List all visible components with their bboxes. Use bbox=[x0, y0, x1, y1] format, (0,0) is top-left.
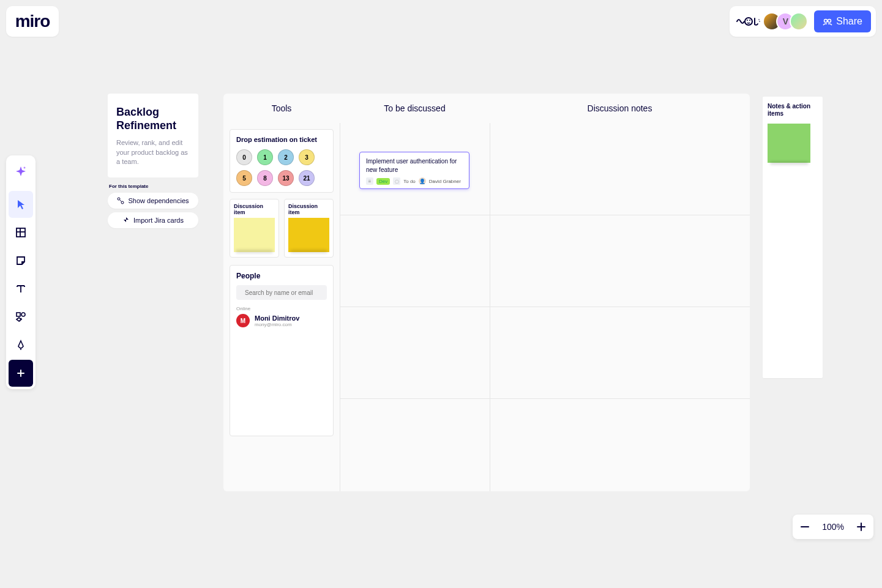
button-label: Import Jira cards bbox=[133, 217, 184, 224]
svg-point-5 bbox=[824, 20, 828, 23]
estimation-card: Drop estimation on ticket 0123581321 bbox=[230, 129, 334, 193]
import-jira-button[interactable]: Import Jira cards bbox=[108, 212, 198, 228]
toolbar bbox=[6, 155, 36, 389]
button-label: Show dependencies bbox=[128, 197, 189, 204]
jira-icon bbox=[122, 217, 130, 224]
person-avatar: M bbox=[236, 314, 250, 327]
discussion-label: Discussion item bbox=[234, 203, 275, 215]
svg-point-2 bbox=[749, 20, 750, 21]
svg-point-1 bbox=[747, 20, 748, 21]
people-search[interactable] bbox=[236, 285, 327, 300]
ticket-assignee: David Grabner bbox=[429, 179, 461, 184]
share-icon bbox=[823, 17, 832, 26]
search-input[interactable] bbox=[245, 289, 323, 296]
people-card: People Online M Moni Dimitrov mony@miro.… bbox=[230, 265, 334, 436]
estimation-chip[interactable]: 2 bbox=[278, 149, 294, 165]
template-title: Backlog Refinement bbox=[116, 106, 190, 132]
avatar-stack[interactable]: V bbox=[768, 12, 808, 31]
show-dependencies-button[interactable]: Show dependencies bbox=[108, 193, 198, 209]
board-header: Tools To be discussed Discussion notes bbox=[223, 94, 750, 123]
estimation-title: Drop estimation on ticket bbox=[236, 136, 327, 143]
svg-point-15 bbox=[121, 201, 124, 204]
svg-point-4 bbox=[759, 21, 760, 22]
topbar: V Share bbox=[730, 6, 876, 37]
description-icon: ≡ bbox=[366, 177, 373, 185]
cursor-tool[interactable] bbox=[9, 191, 33, 218]
notes-panel: Notes & action items bbox=[763, 97, 823, 378]
estimation-chip[interactable]: 5 bbox=[236, 170, 252, 186]
logo-text: miro bbox=[15, 12, 50, 31]
svg-point-0 bbox=[745, 18, 752, 25]
column-header-tools: Tools bbox=[223, 103, 340, 113]
svg-rect-8 bbox=[17, 228, 25, 237]
sticky-green[interactable] bbox=[768, 124, 810, 163]
estimation-chip[interactable]: 1 bbox=[257, 149, 273, 165]
discussion-item-card[interactable]: Discussion item bbox=[230, 199, 279, 258]
status-icon: ◌ bbox=[393, 177, 400, 185]
zoom-out-button[interactable] bbox=[799, 521, 811, 533]
notes-title: Notes & action items bbox=[768, 103, 818, 117]
tools-column: Drop estimation on ticket 0123581321 Dis… bbox=[223, 123, 340, 491]
estimation-chip[interactable]: 13 bbox=[278, 170, 294, 186]
discussion-item-card[interactable]: Discussion item bbox=[284, 199, 334, 258]
people-title: People bbox=[236, 272, 327, 280]
avatar[interactable] bbox=[790, 12, 808, 31]
column-header-notes: Discussion notes bbox=[490, 103, 750, 113]
column-header-discuss: To be discussed bbox=[340, 103, 490, 113]
notes-column bbox=[490, 123, 750, 491]
svg-point-12 bbox=[21, 313, 25, 316]
text-tool[interactable] bbox=[9, 275, 33, 302]
shapes-tool[interactable] bbox=[9, 303, 33, 330]
estimation-chip[interactable]: 21 bbox=[299, 170, 315, 186]
logo[interactable]: miro bbox=[6, 6, 59, 37]
add-tool[interactable] bbox=[9, 360, 33, 387]
svg-point-6 bbox=[828, 20, 831, 23]
svg-point-7 bbox=[24, 167, 26, 169]
template-header: Backlog Refinement Review, rank, and edi… bbox=[108, 94, 198, 177]
svg-point-3 bbox=[758, 19, 760, 20]
reactions-icon[interactable] bbox=[734, 13, 761, 29]
svg-rect-11 bbox=[17, 313, 20, 316]
board[interactable]: Tools To be discussed Discussion notes D… bbox=[223, 94, 750, 491]
person-name: Moni Dimitrov bbox=[255, 314, 299, 322]
template-subtitle: Review, rank, and edit your product back… bbox=[116, 138, 190, 166]
dev-tag: Dev bbox=[376, 178, 390, 185]
pen-tool[interactable] bbox=[9, 332, 33, 359]
sticky-tool[interactable] bbox=[9, 247, 33, 274]
zoom-controls: 100% bbox=[793, 515, 873, 539]
discussion-label: Discussion item bbox=[288, 203, 329, 215]
online-label: Online bbox=[236, 306, 327, 311]
ticket-card[interactable]: Implement user authentication for new fe… bbox=[359, 152, 469, 189]
share-label: Share bbox=[836, 16, 862, 27]
dependencies-icon bbox=[117, 197, 124, 204]
template-for-label: For this template bbox=[109, 184, 198, 189]
sticky-yellow-dark[interactable] bbox=[288, 218, 329, 252]
estimation-chip[interactable]: 3 bbox=[299, 149, 315, 165]
svg-point-14 bbox=[118, 198, 120, 200]
frame-tool[interactable] bbox=[9, 219, 33, 246]
sticky-yellow-light[interactable] bbox=[234, 218, 275, 252]
ticket-status: To do bbox=[403, 179, 416, 184]
estimation-chip[interactable]: 0 bbox=[236, 149, 252, 165]
share-button[interactable]: Share bbox=[814, 10, 871, 32]
assignee-avatar-icon: 👤 bbox=[419, 177, 426, 185]
person-email: mony@miro.com bbox=[255, 322, 299, 327]
ai-tool[interactable] bbox=[9, 158, 33, 185]
estimation-chip[interactable]: 8 bbox=[257, 170, 273, 186]
ticket-title: Implement user authentication for new fe… bbox=[366, 157, 463, 174]
zoom-in-button[interactable] bbox=[855, 521, 867, 533]
person-row[interactable]: M Moni Dimitrov mony@miro.com bbox=[236, 314, 327, 327]
zoom-level[interactable]: 100% bbox=[822, 522, 844, 532]
template-panel: Backlog Refinement Review, rank, and edi… bbox=[108, 94, 198, 232]
